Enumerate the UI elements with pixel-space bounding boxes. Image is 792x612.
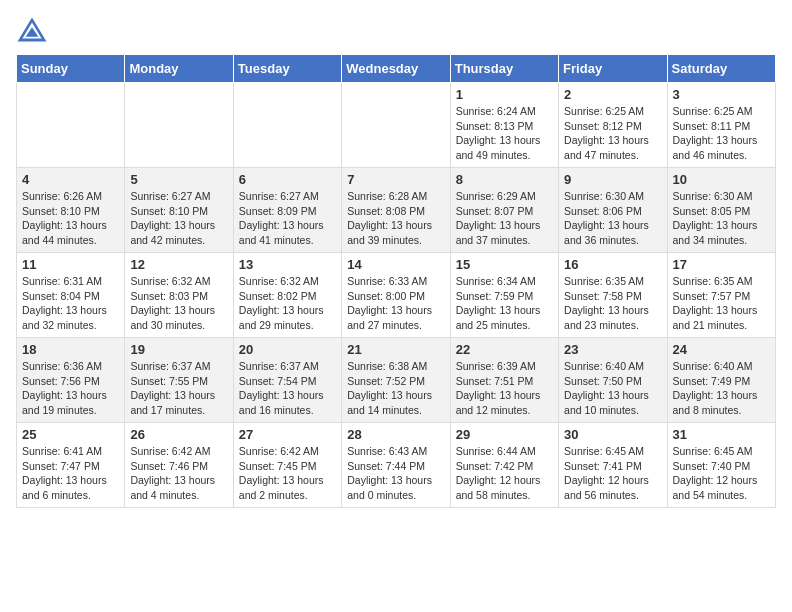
calendar-cell: 13Sunrise: 6:32 AM Sunset: 8:02 PM Dayli… bbox=[233, 253, 341, 338]
calendar-cell: 26Sunrise: 6:42 AM Sunset: 7:46 PM Dayli… bbox=[125, 423, 233, 508]
day-number: 4 bbox=[22, 172, 119, 187]
day-info: Sunrise: 6:45 AM Sunset: 7:41 PM Dayligh… bbox=[564, 444, 661, 503]
day-number: 20 bbox=[239, 342, 336, 357]
calendar-table: SundayMondayTuesdayWednesdayThursdayFrid… bbox=[16, 54, 776, 508]
calendar-cell: 6Sunrise: 6:27 AM Sunset: 8:09 PM Daylig… bbox=[233, 168, 341, 253]
weekday-header-row: SundayMondayTuesdayWednesdayThursdayFrid… bbox=[17, 55, 776, 83]
day-info: Sunrise: 6:40 AM Sunset: 7:50 PM Dayligh… bbox=[564, 359, 661, 418]
weekday-header-wednesday: Wednesday bbox=[342, 55, 450, 83]
day-number: 24 bbox=[673, 342, 770, 357]
day-number: 12 bbox=[130, 257, 227, 272]
calendar-cell: 7Sunrise: 6:28 AM Sunset: 8:08 PM Daylig… bbox=[342, 168, 450, 253]
calendar-cell: 31Sunrise: 6:45 AM Sunset: 7:40 PM Dayli… bbox=[667, 423, 775, 508]
page-header bbox=[16, 16, 776, 44]
day-number: 1 bbox=[456, 87, 553, 102]
day-number: 19 bbox=[130, 342, 227, 357]
calendar-week-row: 4Sunrise: 6:26 AM Sunset: 8:10 PM Daylig… bbox=[17, 168, 776, 253]
day-info: Sunrise: 6:37 AM Sunset: 7:54 PM Dayligh… bbox=[239, 359, 336, 418]
day-number: 2 bbox=[564, 87, 661, 102]
day-number: 3 bbox=[673, 87, 770, 102]
calendar-cell: 28Sunrise: 6:43 AM Sunset: 7:44 PM Dayli… bbox=[342, 423, 450, 508]
calendar-cell: 21Sunrise: 6:38 AM Sunset: 7:52 PM Dayli… bbox=[342, 338, 450, 423]
day-info: Sunrise: 6:44 AM Sunset: 7:42 PM Dayligh… bbox=[456, 444, 553, 503]
day-info: Sunrise: 6:37 AM Sunset: 7:55 PM Dayligh… bbox=[130, 359, 227, 418]
day-number: 7 bbox=[347, 172, 444, 187]
day-number: 30 bbox=[564, 427, 661, 442]
day-info: Sunrise: 6:36 AM Sunset: 7:56 PM Dayligh… bbox=[22, 359, 119, 418]
day-number: 18 bbox=[22, 342, 119, 357]
calendar-week-row: 11Sunrise: 6:31 AM Sunset: 8:04 PM Dayli… bbox=[17, 253, 776, 338]
calendar-cell: 27Sunrise: 6:42 AM Sunset: 7:45 PM Dayli… bbox=[233, 423, 341, 508]
calendar-cell: 18Sunrise: 6:36 AM Sunset: 7:56 PM Dayli… bbox=[17, 338, 125, 423]
day-number: 9 bbox=[564, 172, 661, 187]
calendar-cell: 14Sunrise: 6:33 AM Sunset: 8:00 PM Dayli… bbox=[342, 253, 450, 338]
day-number: 15 bbox=[456, 257, 553, 272]
calendar-cell: 22Sunrise: 6:39 AM Sunset: 7:51 PM Dayli… bbox=[450, 338, 558, 423]
day-info: Sunrise: 6:25 AM Sunset: 8:11 PM Dayligh… bbox=[673, 104, 770, 163]
day-number: 29 bbox=[456, 427, 553, 442]
day-number: 5 bbox=[130, 172, 227, 187]
calendar-cell: 29Sunrise: 6:44 AM Sunset: 7:42 PM Dayli… bbox=[450, 423, 558, 508]
logo-icon bbox=[16, 16, 48, 44]
day-number: 11 bbox=[22, 257, 119, 272]
day-number: 13 bbox=[239, 257, 336, 272]
calendar-cell: 16Sunrise: 6:35 AM Sunset: 7:58 PM Dayli… bbox=[559, 253, 667, 338]
day-info: Sunrise: 6:33 AM Sunset: 8:00 PM Dayligh… bbox=[347, 274, 444, 333]
calendar-cell: 8Sunrise: 6:29 AM Sunset: 8:07 PM Daylig… bbox=[450, 168, 558, 253]
calendar-cell: 1Sunrise: 6:24 AM Sunset: 8:13 PM Daylig… bbox=[450, 83, 558, 168]
weekday-header-saturday: Saturday bbox=[667, 55, 775, 83]
day-info: Sunrise: 6:40 AM Sunset: 7:49 PM Dayligh… bbox=[673, 359, 770, 418]
day-info: Sunrise: 6:42 AM Sunset: 7:46 PM Dayligh… bbox=[130, 444, 227, 503]
calendar-cell: 15Sunrise: 6:34 AM Sunset: 7:59 PM Dayli… bbox=[450, 253, 558, 338]
calendar-cell: 20Sunrise: 6:37 AM Sunset: 7:54 PM Dayli… bbox=[233, 338, 341, 423]
calendar-cell: 10Sunrise: 6:30 AM Sunset: 8:05 PM Dayli… bbox=[667, 168, 775, 253]
day-number: 14 bbox=[347, 257, 444, 272]
day-info: Sunrise: 6:26 AM Sunset: 8:10 PM Dayligh… bbox=[22, 189, 119, 248]
day-info: Sunrise: 6:41 AM Sunset: 7:47 PM Dayligh… bbox=[22, 444, 119, 503]
day-info: Sunrise: 6:34 AM Sunset: 7:59 PM Dayligh… bbox=[456, 274, 553, 333]
calendar-cell: 17Sunrise: 6:35 AM Sunset: 7:57 PM Dayli… bbox=[667, 253, 775, 338]
weekday-header-monday: Monday bbox=[125, 55, 233, 83]
calendar-cell bbox=[233, 83, 341, 168]
calendar-cell bbox=[342, 83, 450, 168]
weekday-header-thursday: Thursday bbox=[450, 55, 558, 83]
day-info: Sunrise: 6:38 AM Sunset: 7:52 PM Dayligh… bbox=[347, 359, 444, 418]
day-number: 23 bbox=[564, 342, 661, 357]
calendar-cell: 11Sunrise: 6:31 AM Sunset: 8:04 PM Dayli… bbox=[17, 253, 125, 338]
day-info: Sunrise: 6:31 AM Sunset: 8:04 PM Dayligh… bbox=[22, 274, 119, 333]
day-number: 31 bbox=[673, 427, 770, 442]
day-number: 25 bbox=[22, 427, 119, 442]
day-info: Sunrise: 6:32 AM Sunset: 8:03 PM Dayligh… bbox=[130, 274, 227, 333]
day-info: Sunrise: 6:24 AM Sunset: 8:13 PM Dayligh… bbox=[456, 104, 553, 163]
calendar-cell: 30Sunrise: 6:45 AM Sunset: 7:41 PM Dayli… bbox=[559, 423, 667, 508]
calendar-cell: 12Sunrise: 6:32 AM Sunset: 8:03 PM Dayli… bbox=[125, 253, 233, 338]
day-info: Sunrise: 6:39 AM Sunset: 7:51 PM Dayligh… bbox=[456, 359, 553, 418]
calendar-cell: 9Sunrise: 6:30 AM Sunset: 8:06 PM Daylig… bbox=[559, 168, 667, 253]
day-info: Sunrise: 6:27 AM Sunset: 8:09 PM Dayligh… bbox=[239, 189, 336, 248]
weekday-header-friday: Friday bbox=[559, 55, 667, 83]
day-number: 10 bbox=[673, 172, 770, 187]
calendar-cell: 19Sunrise: 6:37 AM Sunset: 7:55 PM Dayli… bbox=[125, 338, 233, 423]
day-number: 27 bbox=[239, 427, 336, 442]
day-info: Sunrise: 6:45 AM Sunset: 7:40 PM Dayligh… bbox=[673, 444, 770, 503]
day-info: Sunrise: 6:28 AM Sunset: 8:08 PM Dayligh… bbox=[347, 189, 444, 248]
calendar-cell: 24Sunrise: 6:40 AM Sunset: 7:49 PM Dayli… bbox=[667, 338, 775, 423]
day-number: 21 bbox=[347, 342, 444, 357]
weekday-header-tuesday: Tuesday bbox=[233, 55, 341, 83]
calendar-cell bbox=[125, 83, 233, 168]
day-info: Sunrise: 6:43 AM Sunset: 7:44 PM Dayligh… bbox=[347, 444, 444, 503]
day-info: Sunrise: 6:35 AM Sunset: 7:57 PM Dayligh… bbox=[673, 274, 770, 333]
calendar-cell: 2Sunrise: 6:25 AM Sunset: 8:12 PM Daylig… bbox=[559, 83, 667, 168]
calendar-cell: 4Sunrise: 6:26 AM Sunset: 8:10 PM Daylig… bbox=[17, 168, 125, 253]
logo bbox=[16, 16, 52, 44]
calendar-cell: 23Sunrise: 6:40 AM Sunset: 7:50 PM Dayli… bbox=[559, 338, 667, 423]
day-info: Sunrise: 6:29 AM Sunset: 8:07 PM Dayligh… bbox=[456, 189, 553, 248]
day-info: Sunrise: 6:30 AM Sunset: 8:05 PM Dayligh… bbox=[673, 189, 770, 248]
day-number: 17 bbox=[673, 257, 770, 272]
day-info: Sunrise: 6:35 AM Sunset: 7:58 PM Dayligh… bbox=[564, 274, 661, 333]
calendar-header: SundayMondayTuesdayWednesdayThursdayFrid… bbox=[17, 55, 776, 83]
day-number: 26 bbox=[130, 427, 227, 442]
day-info: Sunrise: 6:42 AM Sunset: 7:45 PM Dayligh… bbox=[239, 444, 336, 503]
day-info: Sunrise: 6:27 AM Sunset: 8:10 PM Dayligh… bbox=[130, 189, 227, 248]
weekday-header-sunday: Sunday bbox=[17, 55, 125, 83]
